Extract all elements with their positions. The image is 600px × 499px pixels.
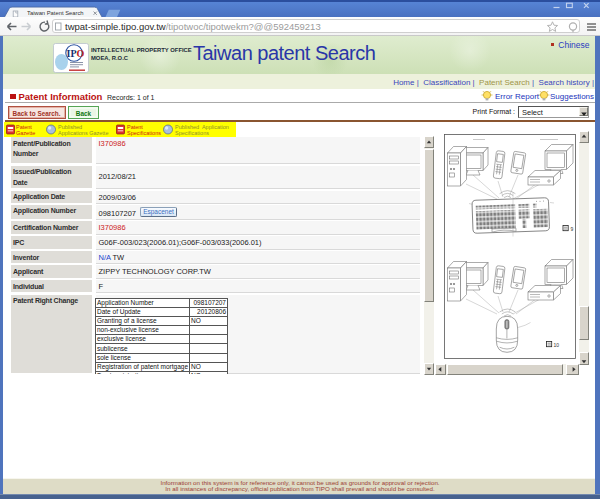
svg-text:IPO: IPO (67, 47, 85, 58)
